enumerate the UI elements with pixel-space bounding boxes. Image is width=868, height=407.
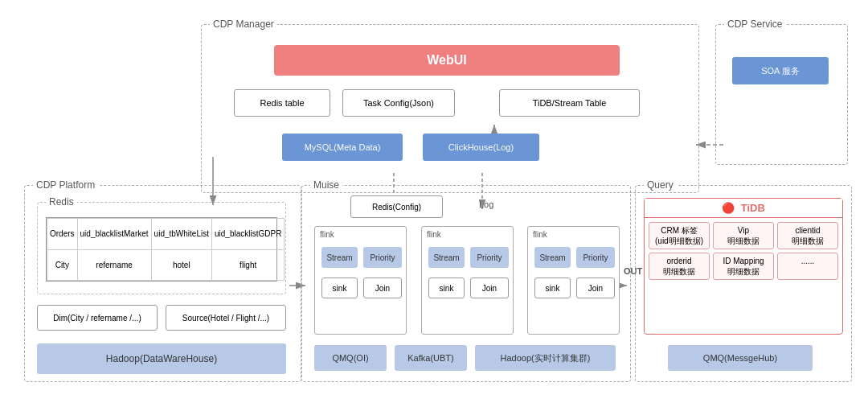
muise-label: Muise [310, 179, 342, 191]
redis-cell: uid_tbWhiteList [151, 219, 211, 250]
flink-label-3: flink [533, 230, 547, 239]
soa-box: SOA 服务 [732, 57, 829, 84]
tidb-cell-orderid: orderid明细数据 [649, 253, 710, 280]
webui-box: WebUI [274, 45, 620, 76]
priority-box-3: Priority [576, 247, 615, 268]
kafka-ubt-box: Kafka(UBT) [395, 345, 467, 371]
redis-cell: Orders [47, 219, 78, 250]
priority-box-2: Priority [470, 247, 509, 268]
redis-cell: uid_blacklistGDPR [211, 219, 284, 250]
redis-cell: flight [211, 249, 284, 281]
hadoop-realtime-box: Hadoop(实时计算集群) [475, 345, 616, 371]
cdp-service-box: CDP Service SOA 服务 [715, 24, 848, 165]
redis-config-box: Redis(Config) [350, 195, 443, 218]
sink-box-2: sink [428, 278, 465, 298]
redis-label: Redis [46, 196, 77, 208]
clickhouse-box: ClickHouse(Log) [423, 134, 539, 161]
stream-box-3: Stream [534, 247, 571, 268]
muise-box: Muise Redis(Config) Log flink Stream Pri… [301, 185, 631, 382]
flink-group-2: flink Stream Priority sink Join [421, 226, 514, 335]
log-label: Log [479, 199, 493, 209]
join-box-1: Join [363, 278, 402, 298]
sink-box-1: sink [321, 278, 358, 298]
query-box: Query 🔴 TiDB CRM 标签(uid明细数据) Vip明细数据 cli… [635, 185, 852, 382]
tidb-cell-dots: ...... [777, 253, 838, 280]
tidb-cell-vip: Vip明细数据 [713, 222, 774, 249]
mysql-box: MySQL(Meta Data) [282, 134, 403, 161]
task-config-box: Task Config(Json) [342, 89, 455, 117]
cdp-manager-label: CDP Manager [210, 18, 277, 30]
redis-table-box: Redis table [234, 89, 330, 117]
tidb-header: 🔴 TiDB [645, 199, 842, 218]
tidb-container: 🔴 TiDB CRM 标签(uid明细数据) Vip明细数据 clientid明… [644, 198, 843, 335]
redis-cell: hotel [151, 249, 211, 281]
source-box: Source(Hotel / Flight /...) [166, 305, 286, 331]
hadoop-dwh-box: Hadoop(DataWareHouse) [37, 343, 286, 374]
diagram-container: CDP Manager WebUI Redis table Task Confi… [0, 0, 868, 407]
query-label: Query [644, 179, 677, 191]
stream-box-1: Stream [321, 247, 358, 268]
cdp-service-label: CDP Service [724, 18, 785, 30]
cdp-platform-label: CDP Platform [33, 179, 98, 191]
redis-data-table: Orders uid_blacklistMarket uid_tbWhiteLi… [46, 217, 277, 282]
tidb-grid: CRM 标签(uid明细数据) Vip明细数据 clientid明细数据 ord… [645, 218, 842, 284]
flink-group-1: flink Stream Priority sink Join [314, 226, 407, 335]
cdp-manager-box: CDP Manager WebUI Redis table Task Confi… [201, 24, 699, 193]
qmq-msghub-box: QMQ(MessgeHub) [668, 345, 813, 371]
tidb-cell-clientid: clientid明细数据 [777, 222, 838, 249]
tidb-cell-crm: CRM 标签(uid明细数据) [649, 222, 710, 249]
sink-box-3: sink [534, 278, 571, 298]
tidb-stream-box: TiDB/Stream Table [499, 89, 640, 117]
redis-cell: uid_blacklistMarket [77, 219, 151, 250]
tidb-icon: 🔴 [722, 202, 735, 214]
redis-inner-box: Redis Orders uid_blacklistMarket uid_tbW… [37, 202, 286, 294]
redis-cell: refername [77, 249, 151, 281]
priority-box-1: Priority [363, 247, 402, 268]
flink-label-2: flink [427, 230, 441, 239]
flink-label-1: flink [320, 230, 334, 239]
cdp-platform-box: CDP Platform Redis Orders uid_blacklistM… [24, 185, 301, 382]
stream-box-2: Stream [428, 247, 465, 268]
tidb-cell-idmapping: ID Mapping明细数据 [713, 253, 774, 280]
dim-box: Dim(City / refername /...) [37, 305, 158, 331]
qmq-ol-box: QMQ(OI) [314, 345, 387, 371]
join-box-3: Join [576, 278, 615, 298]
join-box-2: Join [470, 278, 509, 298]
flink-group-3: flink Stream Priority sink Join [527, 226, 620, 335]
redis-cell: City [47, 249, 78, 281]
